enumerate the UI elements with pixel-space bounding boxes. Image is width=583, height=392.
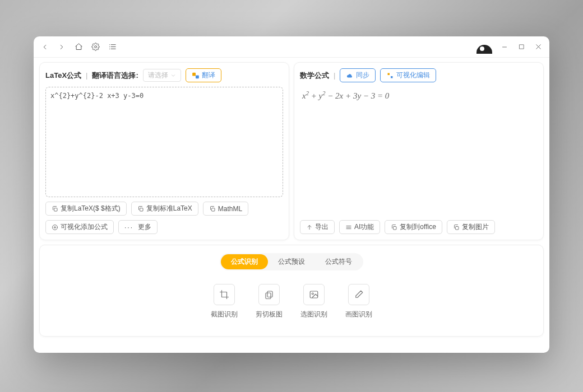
crop-icon (219, 290, 229, 300)
menu-icon (345, 224, 352, 231)
latex-input[interactable] (45, 87, 283, 197)
titlebar (34, 36, 549, 58)
translate-icon (192, 72, 200, 80)
minimize-icon[interactable] (500, 43, 509, 52)
maximize-icon[interactable] (517, 43, 526, 52)
pencil-icon (354, 290, 364, 300)
visual-edit-button[interactable]: 可视化编辑 (380, 68, 436, 82)
lang-label: 翻译语言选择: (92, 71, 138, 81)
gear-icon[interactable] (91, 43, 100, 52)
forward-icon[interactable] (57, 43, 66, 52)
svg-rect-15 (211, 208, 215, 211)
plus-icon (52, 224, 58, 231)
more-button[interactable]: ···更多 (118, 220, 158, 234)
svg-point-0 (94, 46, 96, 48)
svg-rect-25 (394, 226, 397, 230)
svg-rect-12 (196, 75, 199, 78)
translate-button[interactable]: 翻译 (186, 68, 221, 82)
svg-rect-20 (391, 76, 393, 78)
dark-mode-indicator[interactable] (476, 45, 492, 54)
svg-rect-8 (519, 45, 523, 49)
chevron-down-icon (170, 73, 176, 78)
screenshot-recognize-action[interactable]: 截图识别 (211, 284, 238, 319)
clipboard-icon (264, 290, 274, 300)
tab-symbols[interactable]: 公式符号 (315, 254, 362, 269)
select-image-recognize-action[interactable]: 选图识别 (300, 284, 327, 319)
cloud-icon (346, 72, 354, 79)
lower-panel: 公式识别 公式预设 公式符号 截图识别 剪切板图 选图识别 (39, 245, 544, 337)
svg-point-6 (109, 49, 109, 49)
math-render: x2 + y2 − 2x + 3y − 3 = 0 (300, 87, 538, 216)
draw-recognize-action[interactable]: 画图识别 (345, 284, 372, 319)
svg-point-5 (109, 46, 109, 47)
copy-icon (453, 224, 460, 231)
svg-rect-19 (388, 73, 390, 75)
export-button[interactable]: 导出 (300, 220, 335, 234)
svg-point-30 (312, 293, 313, 295)
upload-icon (306, 224, 313, 231)
ai-button[interactable]: AI功能 (339, 220, 380, 234)
tab-presets[interactable]: 公式预设 (268, 254, 315, 269)
home-icon[interactable] (74, 43, 83, 52)
sync-button[interactable]: 同步 (340, 68, 376, 82)
mathml-button[interactable]: MathML (203, 202, 248, 216)
tabs: 公式识别 公式预设 公式符号 (220, 253, 363, 270)
copy-icon (52, 206, 58, 212)
close-icon[interactable] (534, 43, 543, 52)
copy-standard-latex-button[interactable]: 复制标准LaTeX (131, 202, 198, 216)
copy-icon (137, 206, 144, 212)
svg-rect-11 (192, 72, 196, 76)
add-formula-button[interactable]: 可视化添加公式 (45, 220, 114, 234)
svg-rect-13 (54, 208, 58, 211)
clipboard-recognize-action[interactable]: 剪切板图 (256, 284, 283, 319)
latex-panel: LaTeX公式 | 翻译语言选择: 请选择 翻译 复制LaTeX($ $格式) (39, 62, 289, 240)
image-icon (309, 290, 319, 300)
svg-rect-28 (266, 293, 271, 299)
copy-icon (209, 206, 216, 212)
copy-icon (391, 224, 397, 231)
tab-recognize[interactable]: 公式识别 (221, 254, 268, 269)
copy-office-button[interactable]: 复制到office (385, 220, 442, 234)
back-icon[interactable] (40, 43, 49, 52)
svg-rect-26 (455, 226, 459, 230)
math-panel: 数学公式 | 同步 可视化编辑 x2 + y2 − 2x + 3y − 3 = … (294, 62, 544, 240)
svg-point-4 (109, 44, 109, 45)
copy-latex-dollar-button[interactable]: 复制LaTeX($ $格式) (45, 202, 127, 216)
svg-rect-27 (267, 291, 272, 297)
math-title: 数学公式 (300, 71, 329, 81)
list-icon[interactable] (108, 43, 117, 52)
svg-rect-14 (140, 208, 143, 211)
lang-select[interactable]: 请选择 (143, 69, 181, 82)
app-window: LaTeX公式 | 翻译语言选择: 请选择 翻译 复制LaTeX($ $格式) (34, 36, 549, 353)
edit-icon (386, 72, 394, 79)
copy-image-button[interactable]: 复制图片 (447, 220, 495, 234)
svg-rect-29 (310, 291, 318, 298)
latex-title: LaTeX公式 (45, 71, 81, 81)
